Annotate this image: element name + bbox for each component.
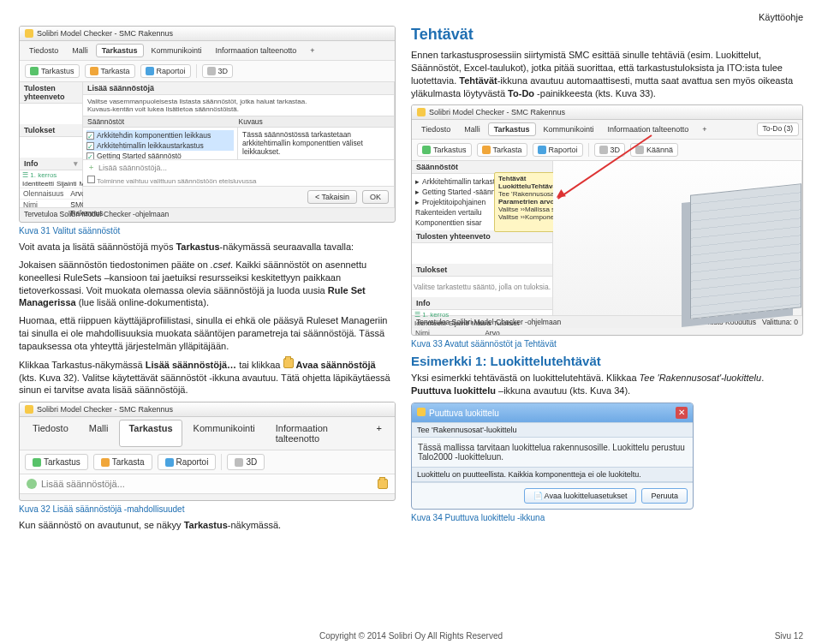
fig31-menu: Tiedosto Malli Tarkastus Kommunikointi I… <box>20 41 395 61</box>
label: Tarkastus <box>433 146 467 154</box>
tab-plus[interactable]: + <box>696 122 712 136</box>
tab-tarkastus[interactable]: Tarkastus <box>119 420 182 447</box>
cancel-button[interactable]: Peruuta <box>641 488 688 504</box>
panel-yhteenveto: Tulosten yhteenveto <box>412 230 552 243</box>
ribbon-tarkastus[interactable]: Tarkastus <box>417 143 472 157</box>
tab-kommunikointi[interactable]: Kommunikointi <box>538 122 600 136</box>
add-rules-row[interactable]: Lisää säännöstöjä... <box>20 474 395 494</box>
dialog-title-bar: Puuttuva luokittelu ✕ <box>412 403 693 422</box>
add-rules-title: Lisää säännöstöjä <box>83 82 394 95</box>
ribbon-3d[interactable]: 3D <box>227 454 265 470</box>
tab-informaatio[interactable]: Informaation talteenotto <box>266 420 366 447</box>
ok-button[interactable]: OK <box>362 190 389 204</box>
rule-row[interactable]: Getting Started säännöstö <box>86 151 234 159</box>
tab-kommunikointi[interactable]: Kommunikointi <box>184 420 265 447</box>
check-icon <box>30 67 39 75</box>
close-icon[interactable]: ✕ <box>676 407 688 419</box>
check-icon <box>422 146 431 154</box>
label: Tarkasta <box>493 146 522 154</box>
fig31-title-bar: Solibri Model Checker - SMC Rakennus <box>20 27 395 41</box>
report-icon <box>146 67 154 75</box>
label: Tarkasta <box>101 67 130 75</box>
ribbon-raportoi[interactable]: Raportoi <box>533 143 583 157</box>
label: Käännä <box>646 146 673 154</box>
body-text: Kun säännöstö on avautunut, se näkyy Tar… <box>19 519 396 532</box>
rule-row[interactable]: Arkkitehdin komponenttien leikkaus <box>86 130 234 140</box>
panel-info: Info▾ <box>20 158 82 170</box>
fig33-caption: Kuva 33 Avatut säännöstöt ja Tehtävät <box>411 339 803 349</box>
ribbon-tarkasta[interactable]: Tarkasta <box>93 454 152 470</box>
panel-tulokset: Tulokset <box>20 124 82 137</box>
body-text: Jokaisen säännöstön tiedostonimen pääte … <box>19 259 396 309</box>
tab-plus[interactable]: + <box>304 44 320 57</box>
label: Raportoi <box>157 67 186 75</box>
label: Raportoi <box>549 146 578 154</box>
app-title: Solibri Model Checker - SMC Rakennus <box>429 108 565 116</box>
tab-informaatio[interactable]: Informaation talteenotto <box>602 122 695 136</box>
back-button[interactable]: < Takaisin <box>307 190 357 204</box>
body-text: Ennen tarkastusprosessiin siirtymistä SM… <box>411 49 803 99</box>
fig31-window: Solibri Model Checker - SMC Rakennus Tie… <box>19 26 396 223</box>
tab-informaatio[interactable]: Informaation talteenotto <box>210 44 303 57</box>
label: Tarkasta <box>112 457 145 467</box>
fig31-caption: Kuva 31 Valitut säännöstöt <box>19 226 396 236</box>
open-settings-button[interactable]: 📄 Avaa luokitteluasetukset <box>524 488 637 504</box>
add-rules-hint: Valitse vasemmanpuoleisesta listasta sää… <box>83 95 394 116</box>
open-folder-icon[interactable] <box>378 479 388 489</box>
tab-tiedosto[interactable]: Tiedosto <box>23 44 64 57</box>
statusbar: Tervetuloa Solibri Model Checker -ohjelm… <box>20 207 395 220</box>
tab-kommunikointi[interactable]: Kommunikointi <box>146 44 208 57</box>
ribbon-tarkastus[interactable]: Tarkastus <box>25 454 88 470</box>
add-more-link[interactable]: Lisää säännöstöjä... <box>98 164 167 172</box>
body-text: Voit avata ja lisätä säännöstöjä myös Ta… <box>19 241 396 253</box>
ribbon-3d[interactable]: 3D <box>202 64 234 78</box>
rule-row[interactable]: Arkkitehtimallin leikkaustarkastus <box>86 140 234 151</box>
doc-header: Käyttöohje <box>19 12 803 22</box>
tab-tiedosto[interactable]: Tiedosto <box>415 122 456 136</box>
fig34-caption: Kuva 34 Puuttuva luokittelu -ikkuna <box>411 513 803 522</box>
cube-icon <box>207 67 216 75</box>
app-icon <box>25 405 33 414</box>
todo-button[interactable]: To-Do (3) <box>757 122 799 136</box>
app-icon <box>25 29 33 38</box>
label: Tarkastus <box>44 457 80 467</box>
label: 3D <box>218 67 229 75</box>
ribbon-raportoi[interactable]: Raportoi <box>158 454 217 470</box>
panel-tulokset: Tulokset <box>412 264 552 277</box>
dialog-title: Puuttuva luokittelu <box>429 408 499 418</box>
tab-tarkastus[interactable]: Tarkastus <box>488 122 536 136</box>
building-model <box>690 183 801 319</box>
dialog-subtitle: Tee 'Rakennusosat'-luokittelu <box>412 422 693 438</box>
ribbon-tarkasta[interactable]: Tarkasta <box>85 64 135 78</box>
folder-icon <box>283 358 294 368</box>
tab-malli[interactable]: Malli <box>66 44 94 57</box>
col-header: Säännöstöt <box>87 117 239 126</box>
fig34-dialog: Puuttuva luokittelu ✕ Tee 'Rakennusosat'… <box>411 402 694 510</box>
play-icon <box>101 458 110 467</box>
label: Tarkastus <box>41 67 74 75</box>
tab-plus[interactable]: + <box>367 420 391 447</box>
fig33-window: Solibri Model Checker - SMC Rakennus Tie… <box>411 104 803 336</box>
fig32-window: Solibri Model Checker - SMC Rakennus Tie… <box>19 402 396 501</box>
tab-tiedosto[interactable]: Tiedosto <box>23 420 78 447</box>
example1-title: Esimerkki 1: Luokittelutehtävät <box>411 354 803 368</box>
tab-malli[interactable]: Malli <box>80 420 118 447</box>
label: 3D <box>246 457 257 467</box>
ribbon-raportoi[interactable]: Raportoi <box>140 64 191 78</box>
fig32-menu: Tiedosto Malli Tarkastus Kommunikointi I… <box>20 417 395 450</box>
dialog-footnote: Luokittelu on puutteellista. Kaikkia kom… <box>412 467 693 482</box>
report-icon <box>538 146 546 154</box>
3d-view[interactable] <box>553 161 802 315</box>
body-text: Huomaa, että riippuen käyttäjäprofiilist… <box>19 314 396 353</box>
fig32-caption: Kuva 32 Lisää säännöstöjä -mahdollisuude… <box>19 504 396 514</box>
cube-icon <box>599 146 608 154</box>
ribbon-tarkasta[interactable]: Tarkasta <box>477 143 527 157</box>
add-rules-label: Lisää säännöstöjä... <box>41 479 125 489</box>
ribbon-tarkastus[interactable]: Tarkastus <box>25 64 80 78</box>
fig31-ribbon: Tarkastus Tarkasta Raportoi 3D <box>20 61 395 82</box>
tab-tarkastus[interactable]: Tarkastus <box>96 44 144 57</box>
cube-icon <box>235 458 243 467</box>
label: Raportoi <box>176 457 209 467</box>
tab-malli[interactable]: Malli <box>458 122 486 136</box>
report-icon <box>165 458 174 467</box>
